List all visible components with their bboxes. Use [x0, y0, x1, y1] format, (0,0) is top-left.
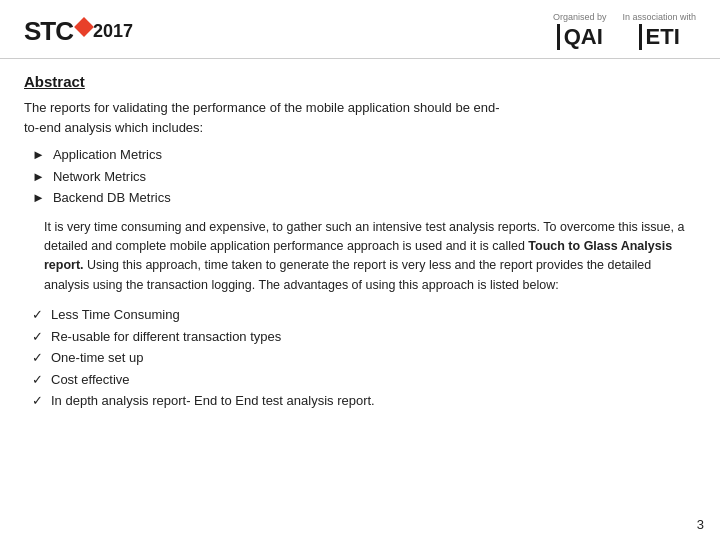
page-number: 3: [697, 517, 704, 532]
association-label: In association with: [622, 12, 696, 22]
metrics-bullet-list: ► Application Metrics ► Network Metrics …: [24, 145, 696, 208]
checkmark-icon: ✓: [32, 348, 43, 368]
header: STC 2017 Organised by QAI In association…: [0, 0, 720, 59]
organized-label: Organised by: [553, 12, 607, 22]
list-item: ✓ In depth analysis report- End to End t…: [32, 391, 696, 411]
eti-logo: ETI: [639, 24, 680, 50]
arrow-icon: ►: [32, 145, 45, 165]
body-paragraph: It is very time consuming and expensive,…: [24, 218, 696, 296]
advantages-check-list: ✓ Less Time Consuming ✓ Re-usable for di…: [24, 305, 696, 411]
abstract-title: Abstract: [24, 73, 696, 90]
arrow-icon: ►: [32, 188, 45, 208]
intro-text: The reports for validating the performan…: [24, 98, 696, 137]
list-item: ► Network Metrics: [32, 167, 696, 187]
arrow-icon: ►: [32, 167, 45, 187]
list-item: ► Application Metrics: [32, 145, 696, 165]
logo-area: STC 2017: [24, 16, 133, 47]
qai-logo: QAI: [557, 24, 603, 50]
list-item: ✓ One-time set up: [32, 348, 696, 368]
checkmark-icon: ✓: [32, 391, 43, 411]
main-content: Abstract The reports for validating the …: [0, 59, 720, 423]
check-text: Cost effective: [51, 370, 130, 390]
stc-text: STC: [24, 16, 73, 47]
checkmark-icon: ✓: [32, 327, 43, 347]
check-text: Re-usable for different transaction type…: [51, 327, 281, 347]
association-block: In association with ETI: [622, 12, 696, 50]
bullet-text: Backend DB Metrics: [53, 188, 171, 208]
right-logos: Organised by QAI In association with ETI: [553, 12, 696, 50]
checkmark-icon: ✓: [32, 370, 43, 390]
list-item: ✓ Re-usable for different transaction ty…: [32, 327, 696, 347]
check-text: Less Time Consuming: [51, 305, 180, 325]
intro-line1: The reports for validating the performan…: [24, 100, 500, 115]
stc-year: 2017: [93, 21, 133, 42]
check-text: One-time set up: [51, 348, 144, 368]
list-item: ► Backend DB Metrics: [32, 188, 696, 208]
bullet-text: Network Metrics: [53, 167, 146, 187]
list-item: ✓ Cost effective: [32, 370, 696, 390]
organized-by: Organised by QAI: [553, 12, 607, 50]
checkmark-icon: ✓: [32, 305, 43, 325]
stc-logo: STC 2017: [24, 16, 133, 47]
body-text-part2: Using this approach, time taken to gener…: [44, 258, 651, 291]
list-item: ✓ Less Time Consuming: [32, 305, 696, 325]
stc-diamond-icon: [74, 17, 94, 37]
intro-line2: to-end analysis which includes:: [24, 120, 203, 135]
bullet-text: Application Metrics: [53, 145, 162, 165]
check-text: In depth analysis report- End to End tes…: [51, 391, 375, 411]
